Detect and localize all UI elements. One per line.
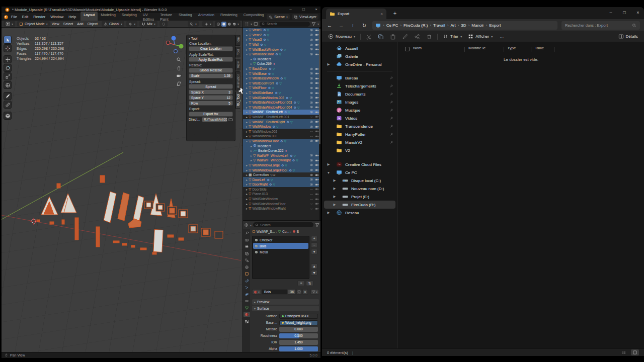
camera-render-icon[interactable]	[315, 183, 319, 187]
outliner-row[interactable]: ▸▽WallSideWindowFloor	[243, 201, 320, 206]
camera-render-icon[interactable]	[315, 168, 319, 172]
camera-render-icon[interactable]	[315, 197, 319, 201]
breadcrumb-item-ce-pc[interactable]: Ce PC	[386, 23, 398, 28]
visibility-eye-icon[interactable]	[309, 177, 313, 182]
material-name-field[interactable]: Bois	[262, 289, 287, 295]
outliner-editor-type-button[interactable]	[245, 22, 249, 26]
delete-icon[interactable]	[423, 34, 435, 40]
camera-render-icon[interactable]	[315, 101, 319, 105]
outliner-display-mode-button[interactable]	[254, 22, 258, 26]
refresh-button[interactable]: ↻	[360, 23, 368, 28]
unlink-material-button[interactable]: ×	[302, 289, 308, 295]
tab-constraints[interactable]	[244, 298, 250, 304]
outliner-row[interactable]: ▸▽WallBaseWindow⚙▽	[243, 76, 320, 81]
sidebar-item-accueil[interactable]: Accueil	[324, 44, 395, 52]
add-slot-button[interactable]: +	[311, 236, 317, 241]
tool-rotate-button[interactable]	[4, 64, 12, 72]
visibility-eye-icon[interactable]	[309, 96, 313, 100]
field-value-ior[interactable]: 1.450	[279, 340, 318, 345]
outliner-row[interactable]: ▸▽WallWindowLargeFloor⚙▽	[243, 167, 320, 172]
camera-render-icon[interactable]	[315, 28, 319, 32]
outliner-row[interactable]: ▸▽WallSideBase⚙▽	[243, 90, 320, 96]
sidebar-item-nouveau-nom-d-[interactable]: ▶Nouveau nom (D:)	[324, 185, 395, 193]
column-divider[interactable]	[504, 47, 504, 52]
spreadbutton[interactable]: Spread	[189, 84, 233, 89]
select-all-checkbox[interactable]	[405, 47, 410, 51]
remove-slot-button[interactable]: −	[311, 242, 317, 248]
row-field[interactable]: Row5	[189, 101, 233, 106]
visibility-eye-icon[interactable]	[309, 120, 313, 124]
camera-render-icon[interactable]	[315, 173, 319, 177]
outliner-row[interactable]: ▸▽WallWF_WindowRight⚙▽	[243, 158, 320, 163]
pivot-point-selector[interactable]: ▾	[126, 21, 137, 27]
field-value-alpha[interactable]: 1.000	[279, 346, 318, 351]
camera-render-icon[interactable]	[315, 115, 319, 119]
camera-render-icon[interactable]	[315, 120, 319, 124]
chevron-right-icon[interactable]: ▶	[332, 178, 337, 183]
slot-assign-button[interactable]: ≡	[297, 281, 305, 286]
camera-render-icon[interactable]	[315, 71, 319, 75]
sidebar-item-disque-local-c-[interactable]: ▶Disque local (C:)	[324, 176, 395, 185]
n-panel-tab-item[interactable]: Item	[235, 35, 240, 46]
outliner-row[interactable]: ▸▽DoorRight⚙▽	[243, 182, 320, 187]
explorer-search-input[interactable]: Rechercher dans : Export	[561, 21, 640, 30]
tool-move-button[interactable]	[4, 55, 12, 63]
tab-particles[interactable]	[244, 285, 250, 290]
visibility-eye-icon[interactable]	[309, 134, 313, 138]
properties-search-input[interactable]: Search	[253, 222, 313, 227]
viewlayer-selector[interactable]: ViewLayer	[292, 14, 318, 20]
outliner-filter-button[interactable]	[311, 22, 316, 26]
visibility-eye-icon[interactable]	[309, 91, 313, 95]
mode-selector[interactable]: Object Mode▾	[17, 21, 50, 27]
visibility-eye-icon[interactable]	[309, 71, 313, 75]
visibility-eye-icon[interactable]	[309, 197, 313, 201]
new-tab-button[interactable]: +	[390, 9, 399, 18]
tool-add-cube-button[interactable]	[4, 112, 12, 120]
camera-render-icon[interactable]	[315, 202, 319, 206]
breadcrumb-item-manoir[interactable]: Manoir	[471, 23, 484, 28]
slot-move-down-button[interactable]: ▼	[311, 270, 317, 276]
camera-render-icon[interactable]	[315, 91, 319, 95]
tool-select-button[interactable]	[4, 36, 12, 44]
properties-breadcrumb-item[interactable]: Cu...	[278, 230, 289, 233]
blender-maximize-button[interactable]: □	[299, 7, 308, 13]
outliner-row[interactable]: ▸▽WallFloor⚙▽	[243, 85, 320, 90]
visibility-eye-icon[interactable]	[309, 187, 313, 191]
tab-world[interactable]	[244, 264, 250, 270]
viewport-menu-object[interactable]: Object	[86, 22, 100, 26]
material-browse-button[interactable]: ▾	[252, 289, 261, 295]
camera-render-icon[interactable]	[315, 43, 319, 47]
viewport-menu-add[interactable]: Add	[75, 22, 85, 26]
outliner-row[interactable]: ▸▽Vase2⚙▽	[243, 33, 320, 38]
camera-render-icon[interactable]	[315, 76, 319, 80]
outliner-row[interactable]: ▸▽WallSideWindow.003⚙▽	[243, 95, 320, 100]
tab-physics[interactable]	[244, 292, 250, 297]
slot-move-up-button[interactable]: ▲	[311, 263, 317, 269]
field-value-metallic[interactable]: 0.000	[279, 327, 318, 332]
visibility-eye-icon[interactable]	[309, 110, 313, 114]
visibility-eye-icon[interactable]	[309, 158, 313, 162]
preview-panel-header[interactable]: ▸Preview	[252, 299, 319, 305]
pan-hand-icon[interactable]	[176, 65, 182, 70]
3d-viewport[interactable]: Objects63 / 63Vertices113,357 / 113,357E…	[2, 28, 243, 352]
visibility-eye-icon[interactable]	[309, 202, 313, 206]
proportional-edit-toggle[interactable]	[159, 21, 168, 27]
n-panel-tab-animation[interactable]: Animation	[235, 71, 240, 90]
camera-render-icon[interactable]	[315, 125, 319, 129]
breadcrumb-item-firecuda-r-[interactable]: FireCuda (R:)	[404, 23, 428, 28]
outliner-row[interactable]: ▸▽BackDoor⚙▽	[243, 66, 320, 71]
snap-toggle[interactable]: Mix▾	[139, 21, 157, 27]
camera-render-icon[interactable]	[315, 153, 319, 157]
outliner-row[interactable]: ▸▦Correction▽12	[243, 172, 320, 177]
menu-file[interactable]: File	[9, 15, 20, 19]
sort-button[interactable]: Trier▾	[440, 34, 465, 39]
outliner-row[interactable]: ▸▽WallSideWindowRight	[243, 206, 320, 211]
camera-render-icon[interactable]	[315, 67, 319, 71]
camera-render-icon[interactable]	[315, 96, 319, 100]
material-slot-metal[interactable]: Metal	[253, 249, 308, 255]
zoom-icon[interactable]	[176, 57, 182, 62]
tab-modifiers[interactable]	[244, 278, 250, 284]
share-icon[interactable]	[411, 34, 423, 40]
shading-material-button[interactable]	[227, 22, 231, 26]
visibility-eye-icon[interactable]	[309, 43, 313, 47]
